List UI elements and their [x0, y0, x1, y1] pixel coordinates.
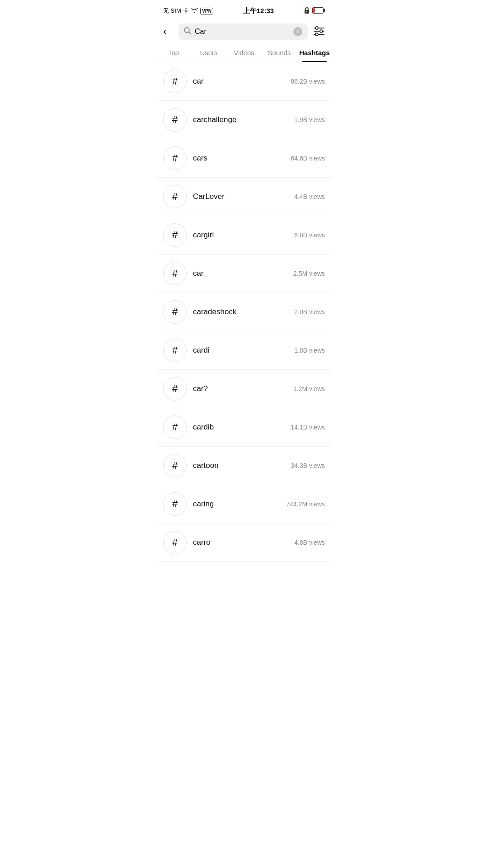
svg-point-10: [315, 27, 318, 29]
svg-rect-3: [324, 9, 325, 12]
clear-icon: ×: [296, 28, 299, 35]
hashtag-views: 744.2M views: [286, 500, 325, 508]
hashtag-name: car: [193, 77, 285, 86]
hashtag-icon: #: [163, 492, 187, 516]
hashtag-list: # car 86.2B views # carchallenge 1.9B vi…: [156, 62, 332, 562]
hashtag-row[interactable]: # cardib 14.1B views: [156, 408, 332, 447]
hashtag-views: 1.9B views: [294, 116, 325, 123]
status-right: [304, 7, 325, 15]
hashtag-row[interactable]: # caradeshock 2.0B views: [156, 293, 332, 331]
hashtag-name: car_: [193, 269, 287, 278]
lock-icon: [304, 7, 310, 15]
status-bar: 无 SIM 卡 VPN 上午12:33: [156, 0, 332, 20]
hashtag-name: CarLover: [193, 192, 288, 201]
hashtag-name: caradeshock: [193, 307, 288, 316]
svg-line-6: [189, 32, 191, 34]
hashtag-icon: #: [163, 70, 187, 93]
hashtag-icon: #: [163, 185, 187, 208]
wifi-icon: [191, 8, 198, 14]
hashtag-icon: #: [163, 223, 187, 247]
tabs-row: Top Users Videos Sounds Hashtags: [156, 43, 332, 62]
tab-sounds[interactable]: Sounds: [262, 43, 297, 62]
hashtag-name: cardi: [193, 346, 288, 355]
sim-label: 无 SIM 卡: [163, 7, 188, 15]
hashtag-row[interactable]: # cartoon 34.3B views: [156, 447, 332, 485]
filter-button[interactable]: [311, 24, 327, 39]
hashtag-views: 1.8B views: [294, 347, 325, 354]
hashtag-row[interactable]: # car? 1.2M views: [156, 370, 332, 408]
hashtag-name: cartoon: [193, 461, 285, 470]
hashtag-icon: #: [163, 300, 187, 324]
search-icon: [184, 27, 191, 36]
search-bar-row: ‹ ×: [156, 20, 332, 43]
hashtag-icon: #: [163, 531, 187, 554]
clear-button[interactable]: ×: [293, 27, 302, 36]
hashtag-icon: #: [163, 377, 187, 401]
hashtag-row[interactable]: # carro 4.8B views: [156, 524, 332, 562]
hashtag-views: 4.8B views: [294, 539, 325, 546]
hashtag-views: 4.4B views: [294, 193, 325, 200]
hashtag-views: 2.5M views: [293, 270, 325, 277]
hashtag-name: caring: [193, 500, 280, 509]
hashtag-row[interactable]: # car 86.2B views: [156, 62, 332, 101]
vpn-badge: VPN: [200, 8, 213, 14]
hashtag-row[interactable]: # cardi 1.8B views: [156, 331, 332, 370]
hashtag-row[interactable]: # carchallenge 1.9B views: [156, 101, 332, 139]
hashtag-views: 14.1B views: [291, 424, 325, 431]
hashtag-name: cars: [193, 154, 285, 163]
hashtag-row[interactable]: # cars 64.6B views: [156, 139, 332, 178]
status-left: 无 SIM 卡 VPN: [163, 7, 213, 15]
battery-icon: [312, 7, 325, 15]
hashtag-name: cargirl: [193, 231, 288, 240]
svg-point-1: [306, 11, 307, 12]
svg-point-12: [315, 33, 318, 36]
tab-videos[interactable]: Videos: [226, 43, 262, 62]
hashtag-name: carro: [193, 538, 288, 547]
hashtag-views: 6.8B views: [294, 231, 325, 239]
back-button[interactable]: ‹: [161, 24, 175, 39]
hashtag-views: 86.2B views: [291, 78, 325, 85]
tab-users[interactable]: Users: [191, 43, 226, 62]
svg-rect-4: [313, 8, 315, 13]
hashtag-row[interactable]: # car_ 2.5M views: [156, 255, 332, 293]
hashtag-icon: #: [163, 415, 187, 439]
hashtag-row[interactable]: # CarLover 4.4B views: [156, 178, 332, 216]
hashtag-views: 34.3B views: [291, 462, 325, 469]
search-input-wrapper: ×: [178, 24, 308, 40]
hashtag-icon: #: [163, 262, 187, 285]
hashtag-views: 64.6B views: [291, 155, 325, 162]
time-display: 上午12:33: [243, 7, 274, 15]
hashtag-name: carchallenge: [193, 115, 288, 124]
search-input[interactable]: [195, 28, 290, 36]
hashtag-icon: #: [163, 108, 187, 132]
tab-top[interactable]: Top: [156, 43, 191, 62]
hashtag-icon: #: [163, 454, 187, 477]
hashtag-row[interactable]: # cargirl 6.8B views: [156, 216, 332, 255]
hashtag-views: 2.0B views: [294, 308, 325, 316]
hashtag-name: cardib: [193, 423, 285, 432]
hashtag-icon: #: [163, 146, 187, 170]
hashtag-row[interactable]: # caring 744.2M views: [156, 485, 332, 524]
hashtag-icon: #: [163, 339, 187, 362]
tab-hashtags[interactable]: Hashtags: [297, 43, 332, 62]
svg-point-11: [320, 30, 323, 33]
hashtag-views: 1.2M views: [293, 385, 325, 392]
hashtag-name: car?: [193, 384, 287, 393]
